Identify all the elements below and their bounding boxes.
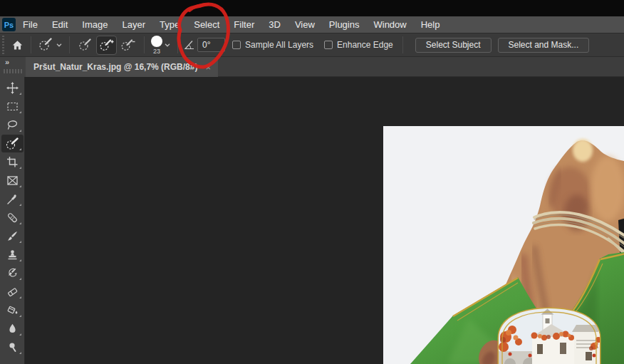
document-canvas[interactable] xyxy=(383,126,624,364)
tool-crop[interactable] xyxy=(1,153,24,171)
toolbar-grip[interactable] xyxy=(4,69,22,73)
add-to-selection-mode-button[interactable] xyxy=(97,36,116,54)
tool-paint-bucket[interactable] xyxy=(1,301,24,319)
angle-icon xyxy=(184,35,194,55)
select-and-mask-button[interactable]: Select and Mask... xyxy=(498,38,590,53)
menu-plugins[interactable]: Plugins xyxy=(322,16,367,33)
menu-layer[interactable]: Layer xyxy=(115,16,153,33)
menu-image[interactable]: Image xyxy=(75,16,115,33)
brush-size-picker[interactable]: 23 xyxy=(151,35,170,55)
tool-eyedropper[interactable] xyxy=(1,190,24,208)
angle-input[interactable]: 0° xyxy=(197,38,225,52)
tool-move[interactable] xyxy=(1,79,24,97)
tool-rectangular-marquee[interactable] xyxy=(1,98,24,115)
subtract-from-selection-mode-button[interactable] xyxy=(118,36,137,54)
tool-lasso[interactable] xyxy=(1,116,24,134)
menu-edit[interactable]: Edit xyxy=(45,16,75,33)
chevron-down-icon xyxy=(165,43,170,47)
photoshop-logo-icon: Ps xyxy=(2,18,16,31)
select-subject-button[interactable]: Select Subject xyxy=(415,38,492,53)
options-bar-grip[interactable] xyxy=(2,36,4,54)
panel-collapse-block: » xyxy=(0,57,26,77)
menu-help[interactable]: Help xyxy=(414,16,447,33)
document-tab-bar: » Pršut_Natur_Kras.jpg @ 16,7% (RGB/8#) … xyxy=(0,57,624,77)
sample-all-layers-checkbox[interactable]: Sample All Layers xyxy=(232,40,313,50)
photoshop-window: Ps File Edit Image Layer Type Select Fil… xyxy=(0,0,624,364)
home-button[interactable] xyxy=(11,35,24,55)
checkbox-icon xyxy=(232,41,241,49)
enhance-edge-checkbox[interactable]: Enhance Edge xyxy=(324,40,393,50)
tool-preset-picker[interactable] xyxy=(38,35,62,55)
tool-brush[interactable] xyxy=(1,227,24,245)
enhance-edge-label: Enhance Edge xyxy=(337,40,393,50)
menu-file[interactable]: File xyxy=(16,16,45,33)
window-titlebar xyxy=(0,0,624,16)
document-tab[interactable]: Pršut_Natur_Kras.jpg @ 16,7% (RGB/8#) × xyxy=(26,57,218,77)
expand-panels-icon[interactable]: » xyxy=(5,58,10,66)
chevron-down-icon xyxy=(56,43,62,47)
tools-panel xyxy=(0,77,25,364)
tool-clone-stamp[interactable] xyxy=(1,246,24,264)
brush-size-value: 23 xyxy=(153,48,160,55)
tool-blur[interactable] xyxy=(1,320,24,338)
document-tab-title: Pršut_Natur_Kras.jpg @ 16,7% (RGB/8#) xyxy=(33,62,197,72)
tool-eraser[interactable] xyxy=(1,283,24,301)
menu-view[interactable]: View xyxy=(288,16,322,33)
close-tab-icon[interactable]: × xyxy=(205,62,211,73)
tool-frame[interactable] xyxy=(1,172,24,189)
tool-options-bar: 23 0° Sample All Layers Enhance Edge Sel… xyxy=(0,33,624,57)
menu-bar: Ps File Edit Image Layer Type Select Fil… xyxy=(0,16,624,33)
tool-selection-brush[interactable] xyxy=(1,135,24,152)
tool-history-brush[interactable] xyxy=(1,264,24,282)
menu-window[interactable]: Window xyxy=(366,16,413,33)
checkbox-icon xyxy=(324,41,333,49)
new-selection-mode-button[interactable] xyxy=(76,36,95,54)
menu-filter[interactable]: Filter xyxy=(227,16,261,33)
sample-all-layers-label: Sample All Layers xyxy=(245,40,313,50)
brush-preview-circle xyxy=(151,36,162,47)
menu-select[interactable]: Select xyxy=(187,16,227,33)
tool-spot-healing-brush[interactable] xyxy=(1,209,24,227)
tool-dodge[interactable] xyxy=(1,338,24,356)
tool-pen[interactable] xyxy=(1,357,24,364)
menu-type[interactable]: Type xyxy=(152,16,187,33)
menu-3d[interactable]: 3D xyxy=(261,16,288,33)
